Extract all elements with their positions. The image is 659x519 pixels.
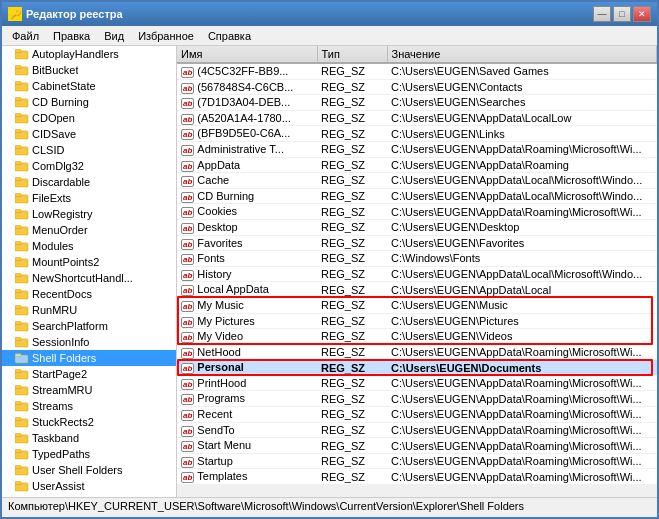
sidebar-item-sessioninfo[interactable]: SessionInfo [2,334,176,350]
reg-name-cell: abSendTo [177,422,317,438]
expander-icon [2,463,14,477]
sidebar-item-user-shell-folders[interactable]: User Shell Folders [2,462,176,478]
sidebar-item-label: Taskband [32,432,79,444]
menu-view[interactable]: Вид [98,28,130,44]
sidebar-item-clsid[interactable]: CLSID [2,142,176,158]
table-row[interactable]: abPersonalREG_SZC:\Users\EUGEN\Documents [177,360,657,376]
table-row[interactable]: abFontsREG_SZC:\Windows\Fonts [177,251,657,267]
sidebar-item-comdlg32[interactable]: ComDlg32 [2,158,176,174]
sidebar-item-autoplayhandlers[interactable]: AutoplayHandlers [2,46,176,62]
table-row[interactable]: abTemplatesREG_SZC:\Users\EUGEN\AppData\… [177,469,657,485]
reg-type-cell: REG_SZ [317,313,387,329]
reg-type-cell: REG_SZ [317,63,387,79]
svg-rect-17 [15,178,21,181]
svg-rect-31 [15,290,21,293]
table-row[interactable]: ab(567848S4-C6CB...REG_SZC:\Users\EUGEN\… [177,79,657,95]
sidebar-item-taskband[interactable]: Taskband [2,430,176,446]
table-row[interactable]: abMy MusicREG_SZC:\Users\EUGEN\Music [177,297,657,313]
sidebar-item-modules[interactable]: Modules [2,238,176,254]
table-row[interactable]: abCacheREG_SZC:\Users\EUGEN\AppData\Loca… [177,173,657,189]
sidebar-item-shell-folders[interactable]: Shell Folders [2,350,176,366]
reg-type-cell: REG_SZ [317,141,387,157]
sidebar-item-streams[interactable]: Streams [2,398,176,414]
table-row[interactable]: abHistoryREG_SZC:\Users\EUGEN\AppData\Lo… [177,266,657,282]
table-row[interactable]: abCookiesREG_SZC:\Users\EUGEN\AppData\Ro… [177,204,657,220]
table-row[interactable]: abMy PicturesREG_SZC:\Users\EUGEN\Pictur… [177,313,657,329]
sidebar-item-cidsave[interactable]: CIDSave [2,126,176,142]
close-button[interactable]: ✕ [633,6,651,22]
table-row[interactable]: abFavoritesREG_SZC:\Users\EUGEN\Favorite… [177,235,657,251]
table-row[interactable]: abCD BurningREG_SZC:\Users\EUGEN\AppData… [177,188,657,204]
table-row[interactable]: abRecentREG_SZC:\Users\EUGEN\AppData\Roa… [177,407,657,423]
sidebar-item-runmru[interactable]: RunMRU [2,302,176,318]
sidebar-item-cd-burning[interactable]: CD Burning [2,94,176,110]
reg-type-cell: REG_SZ [317,266,387,282]
menu-edit[interactable]: Правка [47,28,96,44]
table-row[interactable]: abNetHoodREG_SZC:\Users\EUGEN\AppData\Ro… [177,344,657,360]
sidebar-item-label: User Shell Folders [32,464,122,476]
reg-type-icon: ab [181,348,194,359]
sidebar-item-cabinetstate[interactable]: CabinetState [2,78,176,94]
menu-favorites[interactable]: Избранное [132,28,200,44]
table-row[interactable]: abDesktopREG_SZC:\Users\EUGEN\Desktop [177,219,657,235]
sidebar-item-typedpaths[interactable]: TypedPaths [2,446,176,462]
reg-type-icon: ab [181,67,194,78]
reg-type-cell: REG_SZ [317,391,387,407]
table-row[interactable]: abMy VideoREG_SZC:\Users\EUGEN\Videos [177,329,657,345]
reg-name-text: AppData [197,159,240,171]
sidebar-item-menuorder[interactable]: MenuOrder [2,222,176,238]
sidebar-item-discardable[interactable]: Discardable [2,174,176,190]
col-type[interactable]: Тип [317,46,387,63]
table-row[interactable]: abStart MenuREG_SZC:\Users\EUGEN\AppData… [177,438,657,454]
table-row[interactable]: abAdministrative T...REG_SZC:\Users\EUGE… [177,141,657,157]
reg-type-icon: ab [181,426,194,437]
reg-type-icon: ab [181,457,194,468]
sidebar-item-label: TypedPaths [32,448,90,460]
sidebar-item-searchplatform[interactable]: SearchPlatform [2,318,176,334]
sidebar-item-startpage2[interactable]: StartPage2 [2,366,176,382]
svg-rect-33 [15,306,21,309]
folder-icon [14,351,30,365]
registry-editor-window: 🔑 Редактор реестра — □ ✕ Файл Правка Вид… [0,0,659,519]
folder-icon [14,415,30,429]
table-row[interactable]: ab(4C5C32FF-BB9...REG_SZC:\Users\EUGEN\S… [177,63,657,79]
svg-rect-55 [15,482,21,485]
sidebar-item-streammru[interactable]: StreamMRU [2,382,176,398]
sidebar-item-stuckrects2[interactable]: StuckRects2 [2,414,176,430]
reg-value-cell: C:\Users\EUGEN\AppData\Roaming [387,157,657,173]
reg-name-text: Startup [197,455,232,467]
col-value[interactable]: Значение [387,46,657,63]
sidebar-item-userassist[interactable]: UserAssist [2,478,176,494]
reg-type-icon: ab [181,285,194,296]
reg-value-cell: C:\Users\EUGEN\Searches [387,95,657,111]
sidebar-item-cdopen[interactable]: CDOpen [2,110,176,126]
maximize-button[interactable]: □ [613,6,631,22]
menu-help[interactable]: Справка [202,28,257,44]
table-row[interactable]: abSendToREG_SZC:\Users\EUGEN\AppData\Roa… [177,422,657,438]
table-row[interactable]: abLocal AppDataREG_SZC:\Users\EUGEN\AppD… [177,282,657,298]
table-row[interactable]: ab(7D1D3A04-DEB...REG_SZC:\Users\EUGEN\S… [177,95,657,111]
reg-value-cell: C:\Users\EUGEN\AppData\Local\Microsoft\W… [387,188,657,204]
sidebar-item-label: CD Burning [32,96,89,108]
table-row[interactable]: abStartupREG_SZC:\Users\EUGEN\AppData\Ro… [177,453,657,469]
sidebar-item-newshortcuthandl[interactable]: NewShortcutHandl... [2,270,176,286]
minimize-button[interactable]: — [593,6,611,22]
col-name[interactable]: Имя [177,46,317,63]
sidebar-item-recentdocs[interactable]: RecentDocs [2,286,176,302]
sidebar-item-lowregistry[interactable]: LowRegistry [2,206,176,222]
table-row[interactable]: abProgramsREG_SZC:\Users\EUGEN\AppData\R… [177,391,657,407]
table-row[interactable]: abAppDataREG_SZC:\Users\EUGEN\AppData\Ro… [177,157,657,173]
reg-name-text: Desktop [197,221,237,233]
sidebar-item-label: AutoplayHandlers [32,48,119,60]
registry-table[interactable]: Имя Тип Значение ab(4C5C32FF-BB9...REG_S… [177,46,657,485]
sidebar-item-mountpoints2[interactable]: MountPoints2 [2,254,176,270]
expander-icon [2,335,14,349]
registry-tree[interactable]: AutoplayHandlers BitBucket CabinetState … [2,46,177,497]
table-row[interactable]: ab(A520A1A4-1780...REG_SZC:\Users\EUGEN\… [177,110,657,126]
table-row[interactable]: abPrintHoodREG_SZC:\Users\EUGEN\AppData\… [177,375,657,391]
sidebar-item-bitbucket[interactable]: BitBucket [2,62,176,78]
svg-rect-35 [15,322,21,325]
menu-file[interactable]: Файл [6,28,45,44]
sidebar-item-fileexts[interactable]: FileExts [2,190,176,206]
table-row[interactable]: ab(BFB9D5E0-C6A...REG_SZC:\Users\EUGEN\L… [177,126,657,142]
